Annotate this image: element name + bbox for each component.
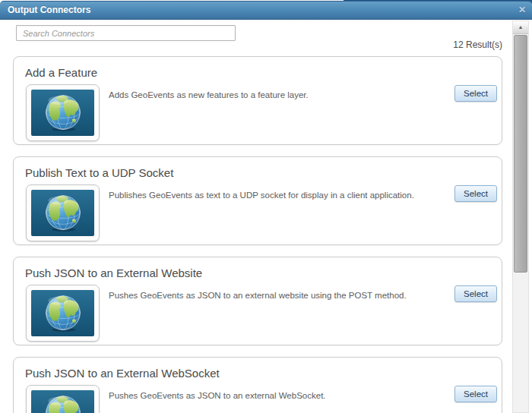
- globe-icon: [31, 290, 94, 336]
- select-button[interactable]: Select: [454, 285, 497, 302]
- scroll-up-arrow-icon: ▲: [513, 21, 528, 33]
- dialog-body: 12 Result(s) Add a Feature: [0, 20, 532, 413]
- globe-icon: [31, 90, 94, 136]
- connector-thumbnail: [26, 285, 100, 342]
- connector-description: Adds GeoEvents as new features to a feat…: [109, 90, 445, 100]
- dialog-titlebar[interactable]: Output Connectors ✕: [0, 1, 532, 20]
- vertical-scrollbar[interactable]: ▲: [512, 20, 529, 413]
- connector-thumbnail: [26, 385, 100, 413]
- globe-icon: [31, 390, 94, 413]
- connector-thumbnail: [26, 184, 100, 241]
- scrollbar-thumb[interactable]: [514, 35, 527, 273]
- connector-list: Add a Feature: [13, 56, 502, 413]
- connector-card: Push JSON to an External WebSocket: [13, 357, 502, 413]
- connector-thumbnail: [26, 84, 100, 141]
- connector-description: Publishes GeoEvents as text to a UDP soc…: [109, 190, 445, 200]
- output-connectors-dialog: Output Connectors ✕ 12 Result(s) Add a F…: [0, 0, 532, 413]
- close-icon[interactable]: ✕: [518, 2, 526, 19]
- connector-title: Publish Text to a UDP Socket: [25, 166, 173, 179]
- search-input[interactable]: [16, 25, 236, 41]
- connector-card: Push JSON to an External Website: [13, 257, 502, 345]
- scroll-up-button[interactable]: ▲: [513, 21, 528, 34]
- dialog-title: Output Connectors: [8, 2, 90, 19]
- connector-title: Push JSON to an External Website: [25, 266, 202, 279]
- select-button[interactable]: Select: [454, 85, 497, 102]
- select-button[interactable]: Select: [454, 185, 497, 202]
- connector-card: Add a Feature: [13, 56, 502, 145]
- connector-description: Pushes GeoEvents as JSON to an external …: [109, 390, 445, 401]
- results-count: 12 Result(s): [453, 39, 502, 50]
- connector-title: Push JSON to an External WebSocket: [25, 367, 220, 380]
- globe-icon: [31, 190, 94, 236]
- connector-description: Pushes GeoEvents as JSON to an external …: [109, 290, 445, 301]
- connector-title: Add a Feature: [25, 66, 97, 79]
- connector-card: Publish Text to a UDP Socket: [13, 156, 502, 245]
- select-button[interactable]: Select: [454, 386, 497, 402]
